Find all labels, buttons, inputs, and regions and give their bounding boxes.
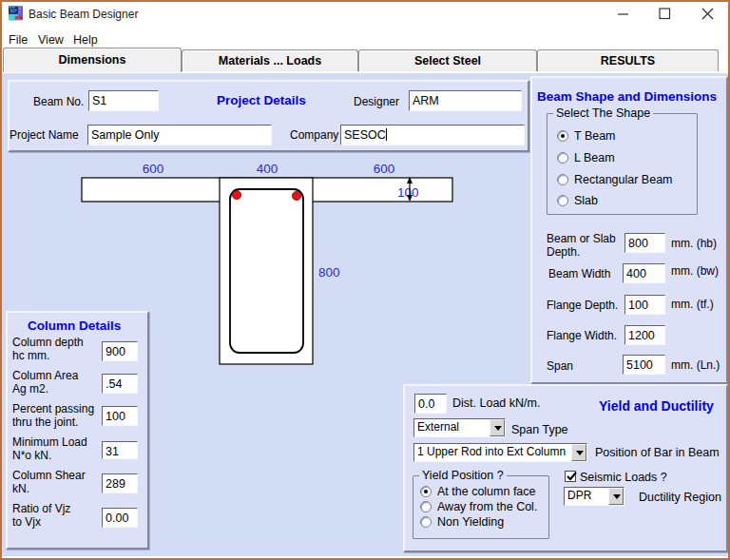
ductility-combo-arrow[interactable] (608, 488, 624, 505)
radio-rectangular-beam[interactable]: Rectangular Beam (557, 173, 690, 186)
select-shape-group-label: Select The Shape (553, 106, 653, 120)
flange-depth-input[interactable]: 100 (624, 295, 665, 315)
radio-l-beam-dot (557, 152, 568, 164)
designer-label: Designer (354, 95, 399, 108)
beam-depth-label: Beam or Slab Depth. (547, 232, 628, 259)
project-details-title: Project Details (217, 93, 306, 107)
app-icon (9, 6, 23, 21)
project-name-label: Project Name (10, 128, 79, 142)
span-type-label: Span Type (511, 423, 568, 436)
rebar-right (292, 191, 300, 200)
seismic-loads-label: Seismic Loads ? (580, 471, 667, 484)
menu-bar: File View Help (2, 27, 728, 48)
beam-width-input[interactable]: 400 (623, 263, 665, 283)
radio-rectangular-beam-dot (557, 174, 568, 185)
company-label: Company (290, 128, 338, 142)
span-type-combo-arrow[interactable] (490, 419, 505, 436)
beam-web (220, 178, 313, 364)
radio-non-yielding-dot (420, 516, 432, 528)
beam-shape-title: Beam Shape and Dimensions (537, 89, 717, 104)
bar-position-label: Position of Bar in Beam (595, 446, 720, 459)
tab-strip: Dimensions Materials ... Loads Select St… (2, 48, 728, 73)
company-input[interactable]: SESOC (340, 125, 525, 145)
dim-label-left-flange: 600 (143, 162, 164, 176)
ductility-region-combo[interactable]: DPR (564, 487, 624, 506)
tab-materials-loads[interactable]: Materials ... Loads (182, 49, 358, 71)
ratio-vjz-label: Ratio of Vjz to Vjx (12, 502, 79, 529)
window-title: Basic Beam Designer (29, 8, 138, 21)
designer-input[interactable]: ARM (409, 90, 522, 111)
flange-width-input[interactable]: 1200 (624, 325, 665, 345)
bar-position-combo[interactable]: 1 Upper Rod into Ext Column (413, 443, 587, 462)
maximize-button[interactable] (650, 2, 679, 25)
dist-load-input[interactable]: 0.0 (414, 394, 447, 414)
yield-ductility-title: Yield and Ductility (599, 398, 714, 414)
dist-load-label: Dist. Load kN/m. (452, 396, 540, 410)
text-caret (386, 128, 387, 141)
dim-label-web-width: 400 (257, 162, 279, 176)
column-shear-input[interactable]: 289 (102, 473, 138, 493)
column-area-label: Column Area Ag m2. (12, 369, 88, 396)
radio-at-column-face-dot (420, 486, 432, 497)
ductility-region-label: Ductility Region (639, 491, 721, 504)
check-icon (566, 471, 578, 483)
column-depth-input[interactable]: 900 (102, 341, 138, 361)
span-type-combo[interactable]: External (413, 418, 506, 437)
minimize-button[interactable] (608, 2, 637, 25)
flange-depth-label: Flange Depth. (547, 299, 618, 312)
rebar-left (232, 190, 240, 199)
radio-at-column-face[interactable]: At the column face (420, 485, 546, 498)
tab-results[interactable]: RESULTS (537, 49, 719, 71)
close-button[interactable] (693, 2, 721, 25)
beam-depth-input[interactable]: 800 (624, 233, 665, 253)
yield-position-groupbox: Yield Position ? At the column face Away… (413, 475, 549, 539)
radio-slab-dot (557, 195, 568, 206)
percent-passing-label: Percent passing thru the joint. (12, 402, 101, 429)
yield-ductility-panel: 0.0 Dist. Load kN/m. Yield and Ductility… (403, 384, 728, 552)
dim-label-right-flange: 600 (374, 162, 395, 176)
radio-t-beam[interactable]: T Beam (557, 129, 690, 143)
dimensions-page: Beam No. S1 Project Details Designer ARM… (2, 73, 728, 556)
column-depth-label: Column depth hc mm. (12, 336, 88, 362)
ratio-vjz-input[interactable]: 0.00 (102, 508, 138, 528)
menu-file[interactable]: File (5, 31, 31, 48)
select-shape-groupbox: Select The Shape T Beam L Beam Rectangul… (547, 113, 698, 215)
beam-width-label: Beam Width (548, 267, 610, 280)
menu-help[interactable]: Help (69, 31, 102, 48)
app-window: Basic Beam Designer File View Help Dimen… (0, 0, 730, 560)
column-details-title: Column Details (28, 319, 121, 333)
seismic-loads-checkbox[interactable] (565, 471, 576, 482)
beam-depth-unit: mm. (hb) (671, 237, 717, 250)
yield-position-group-label: Yield Position ? (419, 469, 507, 482)
tab-dimensions[interactable]: Dimensions (3, 48, 182, 72)
percent-passing-input[interactable]: 100 (102, 406, 138, 426)
flange-depth-unit: mm. (tf.) (671, 298, 714, 311)
radio-slab[interactable]: Slab (557, 194, 690, 207)
span-input[interactable]: 5100 (623, 355, 665, 375)
beam-no-input[interactable]: S1 (88, 90, 159, 111)
radio-non-yielding[interactable]: Non Yielding (420, 515, 546, 529)
minimum-load-label: Minimum Load N*o kN. (12, 435, 101, 462)
radio-away-from-col-dot (420, 501, 432, 512)
flange-width-label: Flange Width. (547, 329, 617, 342)
beam-width-unit: mm. (bw) (671, 264, 719, 278)
radio-l-beam[interactable]: L Beam (557, 151, 690, 164)
span-unit: mm. (Ln.) (671, 358, 720, 372)
project-details-panel: Beam No. S1 Project Details Designer ARM… (8, 80, 529, 152)
radio-away-from-col[interactable]: Away from the Col. (420, 500, 546, 513)
tab-select-steel[interactable]: Select Steel (358, 49, 537, 71)
bar-position-combo-arrow[interactable] (571, 444, 586, 461)
column-shear-label: Column Shear kN. (12, 469, 101, 495)
project-name-input[interactable]: Sample Only (87, 125, 272, 145)
beam-shape-panel: Beam Shape and Dimensions Select The Sha… (530, 76, 728, 384)
column-area-input[interactable]: .54 (102, 374, 138, 394)
radio-t-beam-dot (557, 130, 568, 142)
title-bar: Basic Beam Designer (2, 2, 728, 29)
dim-label-web-depth: 800 (318, 265, 340, 280)
minimum-load-input[interactable]: 31 (102, 441, 138, 459)
span-label: Span (547, 359, 573, 373)
column-details-panel: Column Details Column depth hc mm. 900 C… (6, 311, 149, 550)
menu-view[interactable]: View (34, 31, 67, 48)
beam-no-label: Beam No. (33, 95, 84, 108)
